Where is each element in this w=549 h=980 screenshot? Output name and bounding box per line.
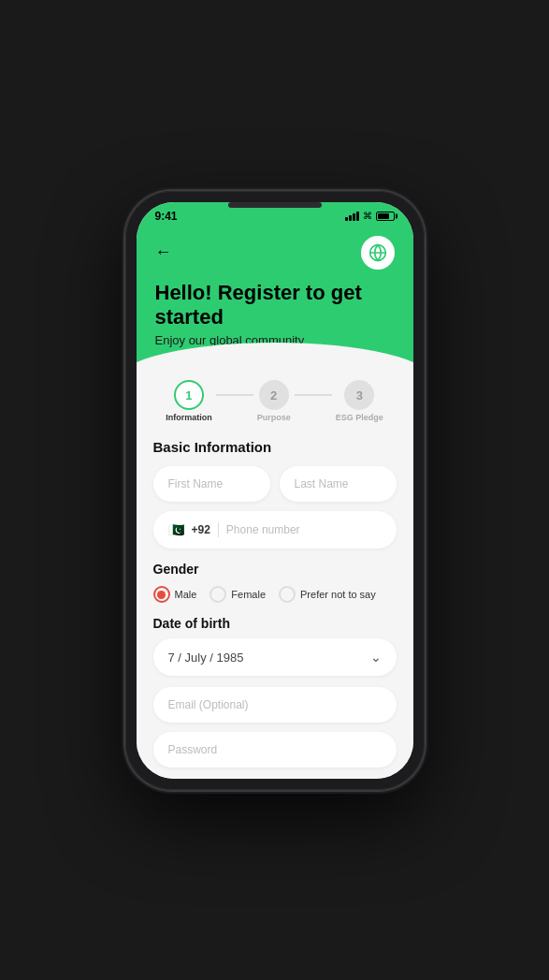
dob-section: Date of birth 7 / July / 1985 ⌄ (153, 616, 397, 676)
gender-section: Gender Male Female Prefer not to (153, 562, 397, 603)
step-1-circle: 1 (174, 380, 204, 410)
step-3-circle: 3 (344, 380, 374, 410)
dob-value: 7 / July / 1985 (168, 651, 244, 665)
step-3[interactable]: 3 ESG Pledge (336, 380, 383, 422)
step-line-2 (295, 394, 332, 396)
step-line-1 (216, 394, 253, 396)
chevron-down-icon: ⌄ (370, 650, 382, 665)
radio-prefer-not[interactable] (279, 586, 296, 603)
gender-label: Gender (153, 562, 397, 577)
last-name-input[interactable] (280, 466, 397, 502)
status-bar: 9:41 ⌘ (137, 202, 413, 227)
radio-female[interactable] (209, 586, 226, 603)
signal-icon (345, 212, 359, 221)
globe-icon[interactable] (361, 236, 395, 270)
gender-female[interactable]: Female (209, 586, 266, 603)
wifi-icon: ⌘ (363, 211, 372, 221)
battery-icon (376, 212, 395, 221)
bottom-inputs (153, 687, 397, 768)
header-title: Hello! Register to get started (155, 281, 395, 330)
steps-row: 1 Information 2 Purpose 3 ESG Pledge (153, 380, 397, 422)
first-name-input[interactable] (153, 466, 270, 502)
gender-options: Male Female Prefer not to say (153, 586, 397, 603)
password-input[interactable] (153, 732, 397, 768)
content-area[interactable]: 1 Information 2 Purpose 3 ESG Pledge (137, 366, 413, 778)
phone-input[interactable] (226, 523, 382, 536)
step-2-circle: 2 (259, 380, 289, 410)
gender-prefer-not-label: Prefer not to say (300, 589, 376, 600)
step-3-label: ESG Pledge (336, 413, 383, 422)
step-2[interactable]: 2 Purpose (257, 380, 291, 422)
radio-male-fill (157, 591, 166, 599)
section-heading: Basic Information (153, 439, 397, 455)
step-1[interactable]: 1 Information (166, 380, 212, 422)
step-2-label: Purpose (257, 413, 291, 422)
step-1-label: Information (166, 413, 212, 422)
dob-label: Date of birth (153, 616, 397, 631)
gender-prefer-not[interactable]: Prefer not to say (279, 586, 376, 603)
gender-female-label: Female (231, 589, 266, 600)
gender-male[interactable]: Male (153, 586, 197, 603)
dob-dropdown[interactable]: 7 / July / 1985 ⌄ (153, 638, 397, 676)
header-subtitle: Enjoy our global community (155, 333, 395, 347)
status-icons: ⌘ (345, 211, 395, 221)
radio-male[interactable] (153, 586, 170, 603)
phone-screen: 9:41 ⌘ ← (137, 202, 413, 779)
phone-divider (218, 522, 219, 537)
back-button[interactable]: ← (155, 242, 172, 262)
phone-frame: 9:41 ⌘ ← (125, 191, 425, 790)
gender-male-label: Male (175, 589, 197, 600)
nav-row: ← (155, 236, 395, 270)
header-section: ← Hello! Register to get started Enjoy o… (137, 227, 413, 367)
phone-code: +92 (192, 523, 210, 536)
name-row (153, 466, 397, 502)
email-input[interactable] (153, 687, 397, 723)
status-time: 9:41 (155, 210, 178, 223)
flag-icon: 🇵🇰 (168, 522, 184, 537)
phone-field-wrapper: 🇵🇰 +92 (153, 511, 397, 549)
